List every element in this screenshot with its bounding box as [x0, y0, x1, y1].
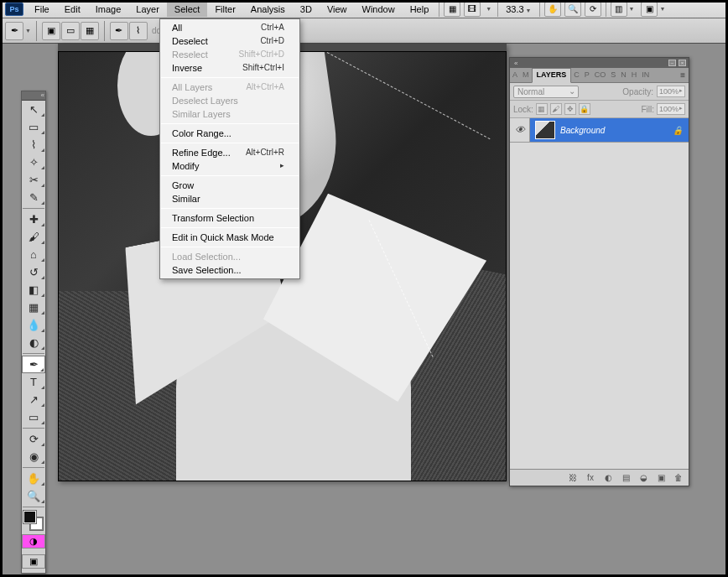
opacity-label: Opacity: [622, 87, 653, 96]
menuitem-all[interactable]: AllCtrl+A [160, 21, 299, 34]
tool-pen[interactable]: ✒ [22, 356, 45, 373]
panel-btn-5[interactable]: ▣ [653, 471, 668, 485]
tab-in[interactable]: IN [639, 68, 652, 82]
tool-lasso[interactable]: ⌇ [22, 136, 45, 153]
tab-s[interactable]: S [608, 68, 618, 82]
tool-blur[interactable]: 💧 [22, 316, 45, 334]
panel-bottom-bar: ⛓fx◐▤◒▣🗑 [510, 469, 689, 486]
panel-btn-0[interactable]: ⛓ [565, 471, 580, 485]
tool-3d-rotate[interactable]: ⟳ [22, 430, 45, 448]
layer-thumbnail[interactable] [535, 121, 555, 139]
color-swatches[interactable] [22, 509, 45, 534]
tool-path-select[interactable]: ↗ [22, 391, 45, 408]
zoom-icon[interactable]: 🔍 [564, 2, 581, 17]
menu-view[interactable]: View [320, 2, 355, 17]
quick-mask-toggle[interactable]: ◑ [22, 534, 45, 548]
layer-row[interactable]: 👁 Background 🔒 [510, 118, 689, 143]
tab-n[interactable]: N [618, 68, 629, 82]
menuitem-edit-in-quick-mask-mode[interactable]: Edit in Quick Mask Mode [160, 231, 299, 244]
app-logo: Ps [5, 3, 23, 16]
menu-image[interactable]: Image [88, 2, 129, 17]
close-icon[interactable]: × [679, 60, 686, 66]
menuitem-color-range[interactable]: Color Range... [160, 127, 299, 140]
tool-zoom[interactable]: 🔍 [22, 487, 45, 505]
paths-icon[interactable]: ▭ [61, 22, 80, 40]
fill-field[interactable]: 100% [657, 103, 685, 115]
tool-history-brush[interactable]: ↺ [22, 263, 45, 281]
zoom-level[interactable]: 33.3 ▼ [501, 4, 536, 14]
menu-3d[interactable]: 3D [293, 2, 320, 17]
tool-dodge[interactable]: ◐ [22, 334, 45, 351]
tool-marquee[interactable]: ▭ [22, 118, 45, 136]
tool-3d-orbit[interactable]: ◉ [22, 448, 45, 465]
fill-pixels-icon[interactable]: ▦ [81, 22, 99, 40]
menuitem-inverse[interactable]: InverseShift+Ctrl+I [160, 61, 299, 75]
freeform-icon[interactable]: ⌇ [129, 22, 148, 40]
panel-menu-icon[interactable]: ≡ [677, 68, 689, 82]
tool-eyedropper[interactable]: ✎ [22, 189, 45, 206]
opacity-field[interactable]: 100% [657, 86, 685, 97]
menu-select[interactable]: Select [167, 2, 208, 17]
tool-type[interactable]: T [22, 373, 45, 391]
clip-icon[interactable]: 🎞 [464, 2, 481, 17]
tab-h[interactable]: H [629, 68, 640, 82]
foreground-swatch[interactable] [23, 511, 36, 523]
toolbox-titlebar[interactable]: « [22, 91, 45, 101]
menuitem-transform-selection[interactable]: Transform Selection [160, 211, 299, 225]
layers-panel: « – × AMLAYERSCPCOSNHIN≡ Normal Opacity:… [509, 57, 689, 486]
pen-icon[interactable]: ✒ [110, 22, 128, 40]
panel-btn-6[interactable]: 🗑 [671, 471, 686, 485]
tool-brush[interactable]: 🖌 [22, 228, 45, 246]
blend-mode-dropdown[interactable]: Normal [513, 86, 579, 98]
lock-all-icon[interactable]: 🔒 [579, 103, 590, 115]
tab-layers[interactable]: LAYERS [532, 68, 572, 83]
panel-btn-1[interactable]: fx [583, 471, 598, 485]
bridge-icon[interactable]: ▦ [444, 2, 460, 17]
menu-help[interactable]: Help [403, 2, 437, 17]
tab-co[interactable]: CO [592, 68, 609, 82]
tab-c[interactable]: C [571, 68, 582, 82]
panel-btn-2[interactable]: ◐ [601, 471, 616, 485]
lock-transparency-icon[interactable]: ▦ [536, 103, 548, 115]
panel-titlebar[interactable]: « – × [510, 58, 689, 68]
rotate-view-icon[interactable]: ⟳ [585, 2, 601, 17]
menu-edit[interactable]: Edit [57, 2, 88, 17]
tool-heal[interactable]: ✚ [22, 211, 45, 228]
tool-move[interactable]: ↖ [22, 101, 45, 118]
menuitem-deselect[interactable]: DeselectCtrl+D [160, 34, 299, 48]
toolbox: « ↖▭⌇✧✂✎✚🖌⌂↺◧▦💧◐✒T↗▭⟳◉✋🔍 ◑ ▣ [21, 91, 46, 574]
shape-layers-icon[interactable]: ▣ [42, 22, 60, 40]
visibility-icon[interactable]: 👁 [510, 118, 530, 142]
doc-dropdown[interactable]: ▼ [482, 6, 495, 12]
lock-position-icon[interactable]: ✥ [564, 103, 576, 115]
panel-btn-4[interactable]: ◒ [636, 471, 651, 485]
menuitem-grow[interactable]: Grow [160, 179, 299, 192]
menu-analysis[interactable]: Analysis [243, 2, 293, 17]
screen-mode-button[interactable]: ▣ [22, 554, 45, 569]
menuitem-modify[interactable]: Modify [160, 159, 299, 173]
panel-btn-3[interactable]: ▤ [618, 471, 633, 485]
tool-eraser[interactable]: ◧ [22, 281, 45, 299]
tool-gradient[interactable]: ▦ [22, 299, 45, 316]
arrange-icon[interactable]: ▥ [611, 2, 627, 17]
tab-a[interactable]: A [510, 68, 520, 82]
menuitem-similar[interactable]: Similar [160, 192, 299, 205]
tab-p[interactable]: P [582, 68, 592, 82]
tool-stamp[interactable]: ⌂ [22, 246, 45, 263]
pen-tool-preset[interactable]: ✒ [5, 22, 23, 40]
tab-m[interactable]: M [520, 68, 532, 82]
screenmode-icon[interactable]: ▣ [641, 2, 658, 17]
minimize-icon[interactable]: – [668, 60, 676, 66]
hand-icon[interactable]: ✋ [544, 2, 561, 17]
lock-pixels-icon[interactable]: 🖌 [550, 103, 562, 115]
menu-filter[interactable]: Filter [207, 2, 242, 17]
menuitem-refine-edge[interactable]: Refine Edge...Alt+Ctrl+R [160, 146, 299, 159]
menu-layer[interactable]: Layer [128, 2, 167, 17]
menu-file[interactable]: File [27, 2, 57, 17]
tool-hand[interactable]: ✋ [22, 470, 45, 487]
tool-wand[interactable]: ✧ [22, 153, 45, 171]
tool-crop[interactable]: ✂ [22, 171, 45, 189]
tool-shape[interactable]: ▭ [22, 408, 45, 426]
menuitem-save-selection[interactable]: Save Selection... [160, 263, 299, 277]
menu-window[interactable]: Window [355, 2, 403, 17]
